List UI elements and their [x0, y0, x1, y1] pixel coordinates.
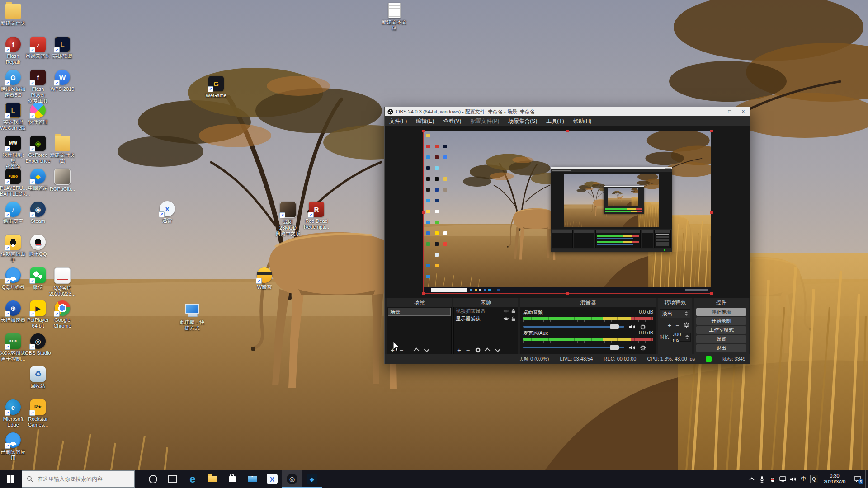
tray-clock[interactable]: 0:30 2020/3/20: [819, 473, 850, 485]
taskbar-mail[interactable]: [242, 470, 262, 488]
maximize-button[interactable]: □: [723, 107, 736, 116]
desktop-icon[interactable]: 微信: [25, 267, 51, 290]
taskbar-edge[interactable]: e: [183, 470, 203, 488]
tray-qq-icon[interactable]: [767, 470, 778, 488]
source-row[interactable]: 视频捕获设备: [454, 307, 518, 315]
taskbar-thunder[interactable]: X: [262, 470, 282, 488]
tray-ime-indicator[interactable]: 中: [798, 470, 809, 488]
desktop-icon[interactable]: f Flash Repair: [0, 37, 26, 65]
obs-titlebar[interactable]: OBS 24.0.3 (64-bit, windows) - 配置文件: 未命名…: [385, 107, 750, 116]
visibility-eye-icon[interactable]: [503, 309, 509, 314]
channel-settings-gear-icon[interactable]: [640, 345, 646, 351]
studio-mode-button[interactable]: 工作室模式: [696, 326, 746, 334]
desktop-icon[interactable]: MW 决胜时刻:现 代战争: [0, 136, 26, 170]
desktop-icon[interactable]: e Microsoft Edge: [0, 399, 26, 428]
desktop-icon[interactable]: ♪ 迅击变声: [0, 202, 26, 224]
duration-spinbox[interactable]: 300 ms: [671, 333, 691, 342]
exit-button[interactable]: 退出: [696, 344, 746, 352]
tray-microphone-icon[interactable]: [757, 470, 767, 488]
desktop-icon[interactable]: ROPuGib...: [49, 169, 75, 192]
desktop-icon[interactable]: XOX XOX客所思 声卡控制...: [0, 333, 26, 362]
tray-network-icon[interactable]: [778, 470, 788, 488]
add-source-button[interactable]: +: [457, 346, 461, 354]
desktop-icon[interactable]: ◆ 电脑管家: [25, 169, 51, 191]
menu-scene-collection[interactable]: 场景集合(S): [508, 117, 537, 125]
minimize-button[interactable]: –: [709, 107, 723, 116]
desktop-icon[interactable]: 此电脑 - 快 捷方式: [179, 303, 205, 331]
lock-icon[interactable]: [511, 309, 516, 314]
desktop-icon[interactable]: 企鹅直播助 手: [0, 235, 26, 263]
taskbar-file-explorer[interactable]: [203, 470, 222, 488]
move-scene-down-button[interactable]: [424, 346, 429, 352]
menu-file[interactable]: 文件(F): [389, 117, 407, 125]
move-source-up-button[interactable]: [484, 347, 490, 353]
speaker-mute-icon[interactable]: [629, 324, 636, 330]
action-center-button[interactable]: 5: [850, 470, 865, 488]
desktop-icon[interactable]: G 腾讯网游加 速器5.0: [0, 70, 26, 98]
desktop-icon[interactable]: Google Chrome: [49, 300, 75, 329]
add-transition-button[interactable]: +: [667, 321, 671, 329]
desktop-icon[interactable]: L 英雄联盟: [49, 37, 75, 59]
close-button[interactable]: ×: [736, 107, 750, 116]
desktop-icon[interactable]: f Flash Player 修复工具: [25, 70, 51, 104]
desktop-icon[interactable]: ◉ GeForce Experience: [25, 136, 51, 164]
desktop-icon[interactable]: ⊕ 天行加速器: [0, 300, 26, 323]
taskbar-store[interactable]: [222, 470, 242, 488]
settings-button[interactable]: 设置: [696, 335, 746, 343]
desktop-icon[interactable]: ▶ PotPlayer 64 bit: [25, 300, 51, 329]
desktop-icon[interactable]: ♪ 网易云音乐: [25, 37, 51, 59]
desktop-icon[interactable]: W WPS 2019: [49, 70, 75, 92]
obs-preview-capture[interactable]: [424, 131, 711, 293]
remove-transition-button[interactable]: −: [675, 321, 679, 329]
tray-volume-icon[interactable]: [788, 470, 798, 488]
remove-source-button[interactable]: −: [466, 346, 470, 354]
desktop-icon[interactable]: R★ Rockstar Games...: [25, 399, 51, 428]
transition-select[interactable]: 淡出: [660, 309, 690, 318]
start-recording-button[interactable]: 开始录制: [696, 317, 746, 325]
desktop-icon[interactable]: 新建文件夹 (2): [49, 136, 75, 164]
volume-slider[interactable]: [523, 326, 624, 328]
move-source-down-button[interactable]: [495, 346, 500, 352]
source-row[interactable]: 显示器捕获: [454, 315, 518, 323]
cortana-button[interactable]: [143, 470, 163, 488]
desktop-icon[interactable]: 腾讯QQ: [25, 235, 51, 257]
desktop-icon[interactable]: 软件管理: [25, 103, 51, 125]
source-properties-gear-icon[interactable]: [475, 347, 481, 353]
desktop-icon[interactable]: R Red Dead Redempti...: [303, 202, 330, 230]
desktop-icon[interactable]: ◎ OBS Studio: [25, 333, 51, 356]
desktop-icon[interactable]: L 英雄联盟 WeGame版: [0, 103, 26, 131]
taskbar-obs[interactable]: ◎: [282, 470, 302, 488]
lock-icon[interactable]: [511, 316, 516, 321]
desktop-icon[interactable]: X 迅雷: [154, 201, 180, 224]
desktop-icon[interactable]: 战团23MOD 典藏中文版: [275, 202, 301, 237]
show-desktop-button[interactable]: [865, 470, 868, 488]
speaker-mute-icon[interactable]: [629, 345, 636, 351]
desktop-icon[interactable]: PUBG PLAYERU... BATTLEGR...: [0, 169, 26, 197]
desktop-icon[interactable]: QQ浏览器: [0, 267, 26, 290]
search-input[interactable]: [37, 475, 130, 483]
desktop-icon[interactable]: ♻ 回收站: [25, 366, 51, 389]
task-view-button[interactable]: [163, 470, 183, 488]
desktop-icon[interactable]: QQ名片 20200223...: [49, 267, 75, 297]
channel-settings-gear-icon[interactable]: [640, 324, 646, 330]
stop-streaming-button[interactable]: 停止推流: [696, 308, 746, 316]
desktop-icon[interactable]: 新建文本文 档: [381, 3, 407, 31]
move-scene-up-button[interactable]: [413, 347, 419, 353]
start-button[interactable]: [0, 470, 22, 488]
scene-list-item[interactable]: 场景: [388, 308, 451, 316]
volume-slider-handle[interactable]: [610, 345, 619, 350]
menu-edit[interactable]: 编辑(E): [416, 117, 434, 125]
desktop-icon[interactable]: ◉ Steam: [25, 202, 51, 224]
desktop-icon[interactable]: W酱茶: [251, 267, 278, 290]
desktop-icon[interactable]: 已删除的应 用: [0, 432, 26, 461]
menu-view[interactable]: 查看(V): [443, 117, 461, 125]
menu-help[interactable]: 帮助(H): [573, 117, 592, 125]
taskbar-search[interactable]: [22, 470, 135, 488]
volume-slider-handle[interactable]: [610, 324, 619, 329]
tray-chevron-up-icon[interactable]: [746, 470, 757, 488]
tray-input-method-icon[interactable]: Q: [809, 470, 819, 488]
menu-tools[interactable]: 工具(T): [546, 117, 564, 125]
menu-profile[interactable]: 配置文件(P): [470, 117, 499, 125]
taskbar-app[interactable]: ◆: [302, 470, 322, 488]
volume-slider[interactable]: [523, 347, 624, 348]
